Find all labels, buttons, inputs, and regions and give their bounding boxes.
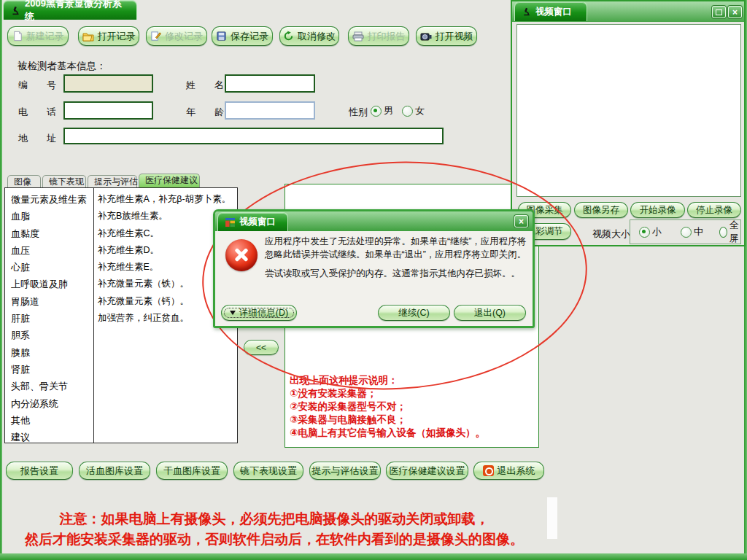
main-title: 2009黑青景显微分析系统 [25,0,129,23]
list-item[interactable]: 血压 [5,242,93,259]
cancel-edit-label: 取消修改 [298,30,336,43]
list-item[interactable]: 上呼吸道及肺 [5,276,93,292]
tab-microscopic-findings[interactable]: 镜下表现 [42,175,86,187]
size-fullscreen-radio[interactable] [719,227,727,238]
video-panel-title: 视频窗口 [535,6,572,18]
size-option-medium[interactable]: 中 [681,225,703,238]
list-item[interactable]: 胆系 [5,327,93,343]
list-item[interactable]: 血黏度 [5,225,93,242]
details-label: 详细信息(D) [239,307,288,319]
gender-male-option[interactable]: 男 [371,104,393,117]
edit-record-label: 修改记录 [165,30,203,43]
microscopic-findings-settings-button[interactable]: 镜下表现设置 [233,462,303,480]
new-record-button[interactable]: 新建记录 [7,26,69,46]
dry-blood-library-settings-button[interactable]: 干血图库设置 [156,462,228,480]
details-button[interactable]: 详细信息(D) [221,305,297,321]
size-option-fullscreen[interactable]: 全屏 [719,219,742,245]
dialog-message: 应用程序中发生了无法处理的异常。如果单击“继续”，应用程序将忽略此错误并尝试继续… [265,236,527,281]
image-save-as-button[interactable]: 图像另存 [574,202,628,218]
refresh-arrows-icon [283,31,294,42]
list-item[interactable]: 胰腺 [5,344,93,361]
open-video-button[interactable]: 打开视频 [416,26,477,46]
panel-close-button[interactable]: × [728,6,742,18]
phone-label: 电 话 [18,106,56,119]
list-item[interactable]: 胃肠道 [5,293,93,310]
notice-line: ③采集器与电脑接触不良； [290,413,485,427]
size-small-label: 小 [652,225,662,238]
address-input[interactable] [63,128,444,144]
winform-icon [225,218,235,227]
size-option-small[interactable]: 小 [639,225,662,238]
save-record-label: 保存记录 [231,30,268,43]
phone-input[interactable] [63,101,153,120]
report-settings-button[interactable]: 报告设置 [6,462,73,480]
list-item[interactable]: 肾脏 [5,361,93,378]
details-arrow-icon [230,311,236,315]
healthcare-advice-settings-button[interactable]: 医疗保健建议设置 [386,462,468,480]
list-item[interactable]: 建议 [5,429,93,446]
save-record-button[interactable]: 保存记录 [212,26,273,46]
exit-system-label: 退出系统 [498,464,535,478]
notice-line: ④电脑上有其它信号输入设备（如摄像头）。 [290,427,485,440]
camera-warning-text: 注意：如果电脑上有摄像头，必须先把电脑摄像头的驱动关闭或卸载， 然后才能安装采集… [0,509,549,550]
tab-tips-evaluation[interactable]: 提示与评估 [88,175,137,187]
edit-pencil-icon [150,31,161,42]
edit-record-button[interactable]: 修改记录 [146,26,207,46]
tips-evaluation-settings-button[interactable]: 提示与评估设置 [309,462,381,480]
tab-image[interactable]: 图像 [7,175,41,187]
collapse-panel-button[interactable]: << [244,340,279,355]
close-icon: × [732,7,738,18]
stop-recording-button[interactable]: 停止录像 [687,202,741,218]
warning-line-2: 然后才能安装采集器的驱动，否则软件启动后，在软件内看到的是摄像头的图像。 [0,529,549,550]
video-size-label: 视频大小 [592,228,630,241]
close-icon: × [519,217,524,227]
open-record-button[interactable]: 打开记录 [78,26,139,46]
female-radio[interactable] [402,106,413,117]
tab-healthcare-advice[interactable]: 医疗保健建议 [139,174,200,187]
main-titlebar[interactable]: 2009黑青景显微分析系统 [3,0,137,20]
new-record-label: 新建记录 [26,30,64,43]
advice-listbox: 微量元素及维生素 血脂 血黏度 血压 心脏 上呼吸道及肺 胃肠道 肝脏 胆系 胰… [4,187,238,443]
age-input[interactable] [225,101,315,120]
dialog-close-button[interactable]: × [514,215,528,228]
print-report-button[interactable]: 打印报告 [348,26,409,46]
quit-button[interactable]: 退出(Q) [454,305,526,321]
gender-label: 性别 [349,106,368,119]
list-item[interactable]: 肝脏 [5,310,93,327]
advice-category-column: 微量元素及维生素 血脂 血黏度 血压 心脏 上呼吸道及肺 胃肠道 肝脏 胆系 胰… [5,188,93,443]
list-item[interactable]: 头部、骨关节 [5,378,93,394]
video-panel-title-tab: 视频窗口 [514,1,587,21]
gender-female-option[interactable]: 女 [402,104,425,117]
continue-button[interactable]: 继续(C) [378,305,450,321]
live-blood-library-settings-button[interactable]: 活血图库设置 [79,462,150,480]
male-radio[interactable] [371,106,382,117]
cancel-edit-button[interactable]: 取消修改 [279,26,339,46]
error-dialog: 视频窗口 × 应用程序中发生了无法处理的异常。如果单击“继续”，应用程序将忽略此… [213,209,535,328]
list-item[interactable]: 微量元素及维生素 [5,191,93,208]
maximize-icon [716,9,722,15]
open-record-label: 打开记录 [98,30,136,43]
warning-line-1: 注意：如果电脑上有摄像头，必须先把电脑摄像头的驱动关闭或卸载， [0,509,549,529]
patient-section-title: 被检测者基本信息： [18,60,107,73]
app-microscope-icon [11,5,20,16]
list-item[interactable]: 其他 [5,412,93,429]
size-medium-radio[interactable] [681,227,692,238]
name-input[interactable] [225,74,315,93]
list-item[interactable]: 心脏 [5,259,93,276]
list-item[interactable]: 血脂 [5,208,93,225]
exit-system-button[interactable]: 退出系统 [473,462,544,480]
dialog-message-paragraph-2: 尝试读取或写入受保护的内存。这通常指示其他内存已损坏。。 [265,268,527,281]
open-folder-icon [82,31,94,42]
error-icon [225,239,258,271]
list-item[interactable]: 内分泌系统 [5,395,93,412]
start-recording-button[interactable]: 开始录像 [630,202,685,218]
id-input[interactable] [63,74,153,93]
age-label: 年 龄 [186,106,224,119]
size-small-radio[interactable] [639,227,650,238]
notice-line: 出现上面这种提示说明： [290,374,485,387]
maximize-button[interactable] [712,6,726,18]
video-panel-window: 视频窗口 × 图像采集 图像另存 开始录像 停止录像 色彩调节 视频大小 小 中… [511,0,746,246]
notice-line: ①没有安装采集器； [290,387,485,400]
list-value[interactable]: 补充维生素A，补充β-胡萝卜素。 [94,191,237,208]
name-label: 姓 名 [186,79,224,92]
